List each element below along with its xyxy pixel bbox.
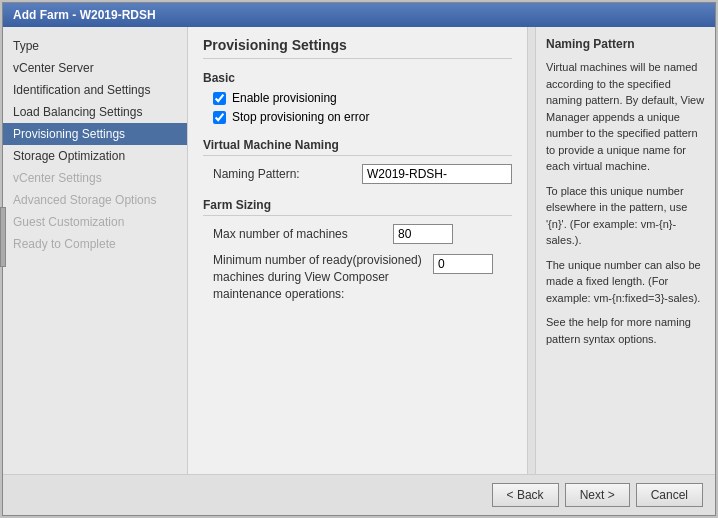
min-machines-input[interactable] [433,254,493,274]
help-title: Naming Pattern [546,37,705,51]
help-para-4: See the help for more naming pattern syn… [546,314,705,347]
sidebar: TypevCenter ServerIdentification and Set… [3,27,188,474]
sidebar-item-identification-settings[interactable]: Identification and Settings [3,79,187,101]
help-panel: Naming Pattern Virtual machines will be … [535,27,715,474]
vm-naming-title: Virtual Machine Naming [203,138,512,156]
main-content: Provisioning Settings Basic Enable provi… [188,27,527,474]
scrollbar-track [527,27,535,474]
naming-pattern-input[interactable] [362,164,512,184]
sidebar-item-vcenter-server[interactable]: vCenter Server [3,57,187,79]
sidebar-item-load-balancing-settings[interactable]: Load Balancing Settings [3,101,187,123]
main-area: Provisioning Settings Basic Enable provi… [188,27,715,474]
next-button[interactable]: Next > [565,483,630,507]
back-button[interactable]: < Back [492,483,559,507]
sidebar-item-advanced-storage-options: Advanced Storage Options [3,189,187,211]
stop-provisioning-checkbox[interactable] [213,111,226,124]
enable-provisioning-row: Enable provisioning [213,91,512,105]
sidebar-item-provisioning-settings[interactable]: Provisioning Settings [3,123,187,145]
section-title: Provisioning Settings [203,37,512,59]
sidebar-item-guest-customization: Guest Customization [3,211,187,233]
cancel-button[interactable]: Cancel [636,483,703,507]
max-machines-input[interactable] [393,224,453,244]
title-bar: Add Farm - W2019-RDSH [3,3,715,27]
min-machines-label: Minimum number of ready(provisioned) mac… [213,252,433,302]
naming-pattern-label: Naming Pattern: [213,167,362,181]
sidebar-item-type[interactable]: Type [3,35,187,57]
dialog: Add Farm - W2019-RDSH TypevCenter Server… [2,2,716,516]
min-machines-row: Minimum number of ready(provisioned) mac… [213,252,512,302]
enable-provisioning-label: Enable provisioning [232,91,337,105]
farm-sizing-title: Farm Sizing [203,198,512,216]
dialog-title: Add Farm - W2019-RDSH [13,8,156,22]
help-para-3: The unique number can also be made a fix… [546,257,705,307]
naming-pattern-row: Naming Pattern: [213,164,512,184]
max-machines-label: Max number of machines [213,227,393,241]
help-para-1: Virtual machines will be named according… [546,59,705,175]
stop-provisioning-label: Stop provisioning on error [232,110,369,124]
stop-provisioning-row: Stop provisioning on error [213,110,512,124]
sidebar-item-storage-optimization[interactable]: Storage Optimization [3,145,187,167]
help-para-2: To place this unique number elsewhere in… [546,183,705,249]
basic-section-title: Basic [203,71,512,85]
footer: < Back Next > Cancel [3,474,715,515]
enable-provisioning-checkbox[interactable] [213,92,226,105]
max-machines-row: Max number of machines [213,224,512,244]
sidebar-item-ready-to-complete: Ready to Complete [3,233,187,255]
sidebar-item-vcenter-settings: vCenter Settings [3,167,187,189]
